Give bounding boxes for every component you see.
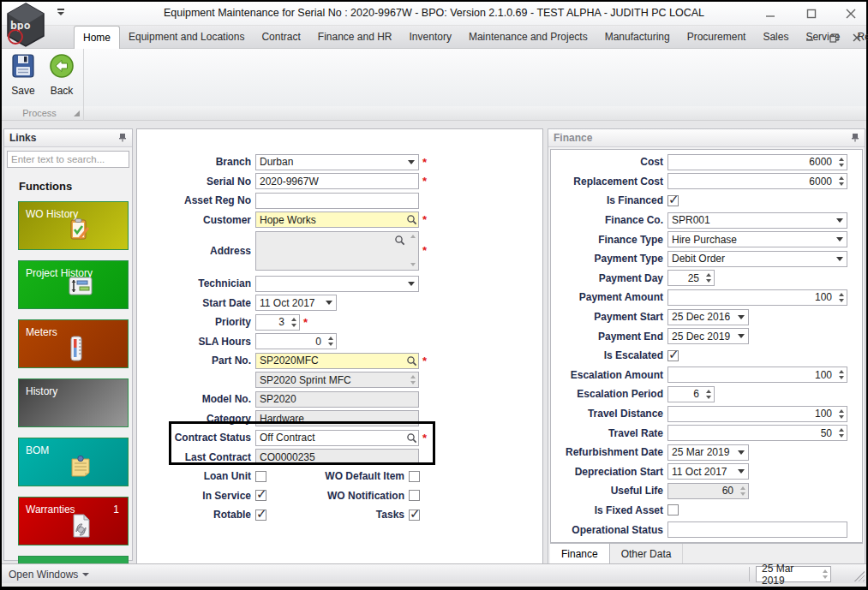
tab-other-data[interactable]: Other Data: [610, 544, 684, 565]
field-travel-rate[interactable]: 50: [667, 425, 847, 441]
dropdown-arrow-icon[interactable]: [734, 464, 748, 479]
function-button-meters[interactable]: Meters: [18, 319, 129, 368]
statusbar-date-editor[interactable]: 25 Mar 2019: [756, 566, 831, 582]
search-icon[interactable]: [392, 235, 406, 246]
dropdown-arrow-icon[interactable]: [734, 445, 748, 460]
scroll-arrows-icon[interactable]: [407, 232, 418, 270]
dropdown-arrow-icon[interactable]: [322, 295, 336, 310]
field-priority[interactable]: 3: [255, 314, 300, 331]
spinner-icon[interactable]: [703, 271, 714, 285]
checkbox-is-escalated[interactable]: [667, 350, 679, 361]
spinner-icon[interactable]: [835, 367, 847, 382]
field-finance-type[interactable]: Hire Purchase: [667, 231, 847, 247]
function-button-warranties[interactable]: Warranties1: [18, 497, 129, 545]
tab-maintenance-and-projects[interactable]: Maintenance and Projects: [460, 26, 596, 49]
tab-equipment-and-locations[interactable]: Equipment and Locations: [120, 26, 253, 49]
field-replacement-cost[interactable]: 6000: [667, 173, 847, 189]
field-payment-type[interactable]: Debit Order: [667, 251, 847, 267]
checkbox-in-service[interactable]: [255, 490, 266, 501]
field-customer[interactable]: Hope Works: [255, 212, 419, 228]
field-model-no[interactable]: SP2020: [255, 391, 419, 408]
spinner-icon[interactable]: [325, 334, 336, 349]
function-button-wo-history[interactable]: WO History: [18, 201, 129, 250]
tab-finance[interactable]: Finance: [550, 544, 610, 565]
field-useful-life[interactable]: 60: [667, 483, 749, 499]
field-payment-start[interactable]: 25 Dec 2016: [667, 309, 749, 325]
dropdown-arrow-icon[interactable]: [734, 310, 748, 325]
field-address[interactable]: [255, 231, 419, 271]
date-spinner-icon[interactable]: [819, 567, 830, 581]
field-category[interactable]: Hardware: [255, 410, 419, 426]
field-start-date[interactable]: 11 Oct 2017: [255, 295, 337, 311]
spinner-icon[interactable]: [407, 372, 418, 387]
group-dialog-launcher-icon[interactable]: [74, 110, 80, 116]
dropdown-arrow-icon[interactable]: [404, 277, 418, 291]
resize-grip[interactable]: [854, 571, 865, 581]
pin-icon[interactable]: [118, 130, 127, 146]
field-depreciation-start[interactable]: 11 Oct 2017: [667, 463, 749, 480]
mdi-restore-button[interactable]: [824, 32, 843, 44]
tab-contract[interactable]: Contract: [253, 26, 308, 49]
checkbox-is-fixed-asset[interactable]: [667, 504, 679, 516]
mdi-minimize-button[interactable]: [800, 32, 819, 44]
field-last-contract[interactable]: CO0000235: [255, 449, 419, 465]
mdi-close-button[interactable]: [847, 32, 866, 44]
pin-icon[interactable]: [851, 130, 859, 146]
field-serial-no[interactable]: 2020-9967W: [255, 173, 419, 189]
checkbox-wo-notification[interactable]: [409, 490, 420, 501]
spinner-icon[interactable]: [703, 387, 714, 402]
spinner-icon[interactable]: [288, 315, 299, 330]
checkbox-is-financed[interactable]: [667, 195, 679, 206]
function-button-project-history[interactable]: Project History: [18, 260, 129, 309]
spinner-icon[interactable]: [835, 174, 847, 188]
field-escalation-amount[interactable]: 100: [667, 367, 847, 383]
dropdown-arrow-icon[interactable]: [833, 232, 847, 247]
checkbox-loan-unit[interactable]: [255, 471, 266, 482]
minimize-button[interactable]: [757, 6, 783, 21]
field-asset-reg-no[interactable]: [255, 193, 419, 209]
field-refurbishment-date[interactable]: 25 Mar 2019: [667, 444, 749, 461]
tab-manufacturing[interactable]: Manufacturing: [596, 26, 679, 49]
field-travel-distance[interactable]: 100: [667, 406, 847, 422]
field-contract-status[interactable]: Off Contract: [255, 430, 419, 446]
spinner-icon[interactable]: [737, 484, 748, 498]
maximize-button[interactable]: [799, 6, 824, 21]
field-escalation-period[interactable]: 6: [667, 386, 715, 402]
save-button[interactable]: Save: [4, 52, 42, 102]
open-windows-button[interactable]: Open Windows: [9, 569, 89, 581]
spinner-icon[interactable]: [835, 155, 847, 170]
field-sla-hours[interactable]: 0: [255, 333, 337, 349]
field-part-no[interactable]: SP2020MFC: [255, 353, 419, 369]
dropdown-arrow-icon[interactable]: [833, 252, 847, 266]
search-icon[interactable]: [404, 431, 418, 445]
field-operational-status[interactable]: [667, 521, 847, 538]
close-button[interactable]: [838, 6, 864, 21]
tab-home[interactable]: Home: [74, 26, 120, 49]
sidebar-search-input[interactable]: [8, 154, 147, 164]
back-button[interactable]: Back: [43, 52, 81, 102]
field-cost[interactable]: 6000: [667, 154, 847, 170]
tab-finance-and-hr[interactable]: Finance and HR: [309, 26, 401, 49]
field-payment-amount[interactable]: 100: [667, 289, 847, 306]
spinner-icon[interactable]: [835, 426, 847, 440]
function-button-bom[interactable]: BOM: [18, 438, 129, 486]
field-payment-day[interactable]: 25: [667, 270, 715, 286]
dropdown-arrow-icon[interactable]: [734, 329, 748, 343]
tab-sales[interactable]: Sales: [754, 26, 797, 49]
field-sp2020-sprint-mfc[interactable]: SP2020 Sprint MFC: [255, 372, 419, 388]
function-button-history[interactable]: History: [18, 378, 129, 427]
tab-inventory[interactable]: Inventory: [401, 26, 460, 49]
search-icon[interactable]: [404, 354, 418, 368]
tab-procurement[interactable]: Procurement: [679, 26, 755, 49]
checkbox-rotable[interactable]: [255, 510, 266, 521]
checkbox-tasks[interactable]: [409, 510, 420, 521]
search-icon[interactable]: [404, 212, 418, 227]
checkbox-wo-default-item[interactable]: [409, 471, 420, 482]
dropdown-arrow-icon[interactable]: [833, 213, 847, 228]
spinner-icon[interactable]: [835, 290, 847, 305]
field-technician[interactable]: [255, 276, 419, 292]
field-branch[interactable]: Durban: [255, 154, 419, 170]
spinner-icon[interactable]: [835, 407, 847, 421]
field-finance-co[interactable]: SPR001: [667, 212, 847, 229]
dropdown-arrow-icon[interactable]: [404, 155, 418, 170]
